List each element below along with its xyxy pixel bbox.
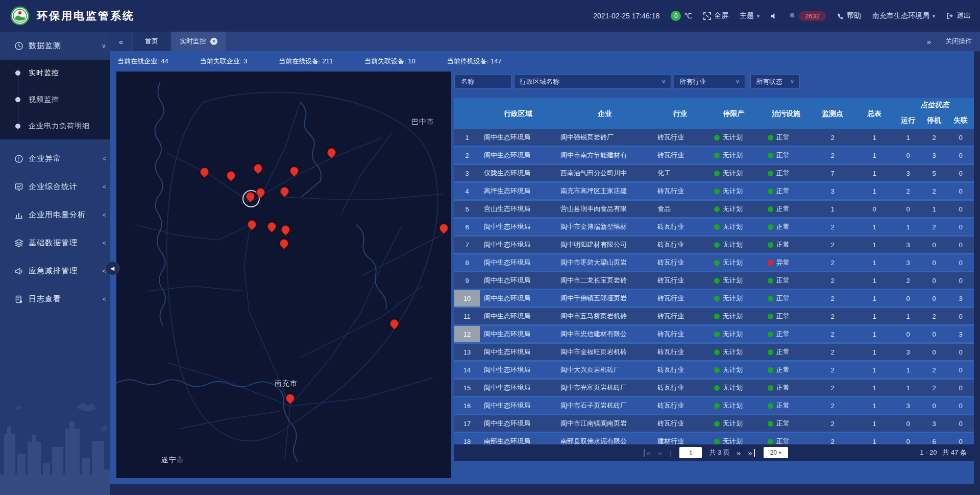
first-page-button[interactable]: « [644, 449, 650, 457]
status-select[interactable]: 所有状态 ∨ [750, 75, 800, 88]
cell-run: 3 [895, 254, 921, 271]
table-row[interactable]: 11阆中生态环境局阆中市五马桥页岩机砖砖瓦行业无计划正常21120 [454, 308, 974, 326]
cell-stop: 3 [921, 415, 947, 432]
tabs-scroll-left-button[interactable]: « [110, 32, 132, 51]
chevron-down-icon: ▾ [779, 450, 781, 455]
status-dot-icon [768, 385, 773, 391]
cell-run: 0 [895, 326, 921, 342]
prev-page-button[interactable]: « [658, 449, 662, 457]
table-row[interactable]: 10阆中生态环境局阆中千佛镇五郎垭页岩砖瓦行业无计划正常21003 [454, 290, 974, 308]
industry-select[interactable]: 所有行业 ∨ [674, 75, 745, 88]
cell-stop: 0 [921, 272, 947, 289]
cell-lost: 0 [947, 272, 974, 289]
table-row[interactable]: 12阆中生态环境局阆中市忠信建材有限公砖瓦行业无计划正常21003 [454, 326, 974, 344]
table-row[interactable]: 1阆中生态环境局阆中强锐页岩砖厂砖瓦行业无计划正常21120 [454, 129, 974, 147]
cell-stop: 2 [921, 380, 947, 396]
tab-1[interactable]: 首页 [133, 32, 170, 51]
table-row[interactable]: 18南部生态环境局南部县双佛水泥有限公建材行业无计划正常21060 [454, 433, 974, 444]
cell-company: 阆中市光富页岩机砖厂 [556, 380, 653, 396]
cell-stop: 2 [921, 308, 947, 324]
row-index: 9 [454, 272, 480, 289]
map-city-label: 南充市 [275, 379, 298, 388]
mute-button[interactable] [771, 13, 777, 19]
status-dot-icon [768, 421, 773, 427]
close-icon[interactable]: ✕ [210, 38, 217, 45]
table-row[interactable]: 3仪陇生态环境局西南油气田分公司川中化工无计划正常71350 [454, 165, 974, 183]
row-index: 7 [454, 237, 480, 253]
sidebar-item-4[interactable]: 企业用电量分析< [0, 201, 110, 229]
row-index: 8 [454, 254, 480, 271]
sidebar-item-2[interactable]: 企业异常< [0, 145, 110, 173]
status-dot-icon [768, 188, 773, 194]
last-page-button[interactable]: » [748, 449, 754, 457]
cell-company: 阆中市枣碧大梁山页岩 [556, 254, 653, 271]
cell-stop: 3 [921, 147, 947, 163]
theme-dropdown[interactable]: 主题 ▾ [740, 11, 760, 20]
cell-facility-status: 正常 [761, 129, 812, 146]
table-row[interactable]: 5营山生态环境局营山县润丰肉食品有限食品无计划正常10010 [454, 201, 974, 219]
table-row[interactable]: 7阆中生态环境局阆中明阳建材有限公司砖瓦行业无计划正常21300 [454, 237, 974, 254]
cell-facility-status: 正常 [761, 326, 812, 342]
table-row[interactable]: 13阆中生态环境局阆中市金福旺页岩机砖砖瓦行业无计划正常21300 [454, 344, 974, 362]
gis-map[interactable]: 巴中市南充市遂宁市 [116, 72, 451, 478]
sidebar-subitem[interactable]: 视频监控 [0, 86, 110, 113]
org-dropdown[interactable]: 南充市生态环境局 ▾ [872, 11, 935, 20]
table-row[interactable]: 6阆中生态环境局阆中市金博瑞新型墙材砖瓦行业无计划正常21120 [454, 219, 974, 237]
sidebar-item-label: 应急减排管理 [29, 266, 78, 276]
table-row[interactable]: 17阆中生态环境局阆中市江南镇阆南页岩砖瓦行业无计划正常21030 [454, 415, 974, 433]
sidebar-item-7[interactable]: 日志查看< [0, 285, 110, 313]
cell-region: 仪陇生态环境局 [480, 165, 556, 181]
sidebar-item-3[interactable]: 企业综合统计< [0, 173, 110, 201]
cell-points: 2 [812, 415, 853, 432]
cell-meters: 1 [853, 290, 895, 307]
page-size-select[interactable]: 20 ▾ [764, 447, 788, 458]
name-search-input[interactable] [460, 77, 506, 86]
cell-company: 南充市高坪区王家店建 [556, 183, 653, 199]
cell-lost: 0 [947, 380, 974, 396]
tabs-scroll-right-button[interactable]: » [927, 37, 931, 46]
close-operations-button[interactable]: 关闭操作 [945, 37, 972, 46]
alert-icon [14, 154, 23, 163]
table-row[interactable]: 15阆中生态环境局阆中市光富页岩机砖厂砖瓦行业无计划正常21120 [454, 380, 974, 397]
page-number-input[interactable] [679, 447, 702, 458]
cell-company: 阆中市五马桥页岩机砖 [556, 308, 653, 324]
name-search-field[interactable] [454, 75, 511, 88]
notification-widget[interactable]: 2632 [789, 11, 826, 21]
cell-company: 阆中市二龙长宝页岩砖 [556, 272, 653, 289]
cell-stop: 2 [921, 183, 947, 199]
table-row[interactable]: 2阆中生态环境局阆中市南方节能建材有砖瓦行业无计划正常21030 [454, 147, 974, 165]
table-row[interactable]: 8阆中生态环境局阆中市枣碧大梁山页岩砖瓦行业无计划异常21300 [454, 254, 974, 272]
status-badge: 当前失联设备: 10 [364, 57, 415, 66]
sidebar-subitem[interactable]: 实时监控 [0, 60, 110, 86]
fullscreen-button[interactable]: 全屏 [703, 11, 728, 20]
cell-region: 阆中生态环境局 [480, 237, 556, 253]
tab-label: 首页 [145, 37, 158, 46]
cell-limit-status: 无计划 [707, 397, 761, 414]
table-row[interactable]: 16阆中生态环境局阆中市石子页岩机砖厂砖瓦行业无计划正常21300 [454, 397, 974, 415]
region-select[interactable]: 行政区域名称 ∨ [514, 75, 671, 88]
cell-region: 阆中生态环境局 [480, 308, 556, 324]
status-dot-icon [768, 367, 773, 373]
sidebar-subitem[interactable]: 企业电力负荷明细 [0, 113, 110, 139]
table-row[interactable]: 14阆中生态环境局阆中大兴页岩机砖厂砖瓦行业无计划正常21120 [454, 362, 974, 380]
logout-button[interactable]: 退出 [946, 11, 971, 20]
status-dot-icon [714, 332, 720, 337]
row-index: 3 [454, 165, 480, 181]
cell-facility-status: 正常 [761, 165, 812, 181]
sidebar-item-6[interactable]: 应急减排管理< [0, 257, 110, 285]
cell-meters: 1 [853, 433, 895, 444]
sidebar-item-5[interactable]: 基础数据管理< [0, 229, 110, 257]
status-dot-icon [714, 385, 720, 391]
chevron-down-icon: ▾ [757, 13, 760, 19]
tabs-host: 首页实时监控✕ [132, 32, 226, 51]
cell-run: 0 [895, 147, 921, 163]
next-page-button[interactable]: » [737, 449, 741, 457]
cell-facility-status: 正常 [761, 219, 812, 235]
sidebar-item-1[interactable]: 数据监测∨ [0, 32, 110, 60]
table-row[interactable]: 9阆中生态环境局阆中市二龙长宝页岩砖砖瓦行业无计划正常21200 [454, 272, 974, 290]
status-dot-icon [714, 206, 720, 212]
sidebar-collapse-button[interactable]: ◀ [105, 261, 119, 275]
help-button[interactable]: 帮助 [837, 11, 861, 20]
table-row[interactable]: 4高坪生态环境局南充市高坪区王家店建砖瓦行业无计划正常31220 [454, 183, 974, 201]
tab-2[interactable]: 实时监控✕ [172, 32, 226, 51]
